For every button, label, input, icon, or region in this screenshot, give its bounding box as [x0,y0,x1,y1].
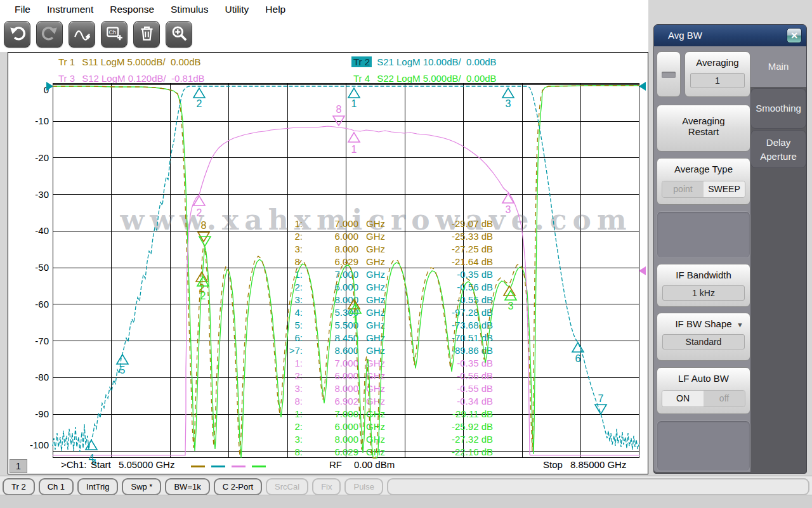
if-bw-shape-value[interactable]: Standard [662,334,745,349]
svg-text:Ch: Ch [108,29,116,35]
tab-delay-aperture[interactable]: Delay Aperture [750,130,806,168]
svg-text:3: 3 [506,204,511,215]
trace3-legend-dash [232,466,246,467]
bottom-strip [0,495,812,508]
svg-text:6: 6 [575,353,581,364]
chevron-down-icon: ▼ [737,321,743,329]
lf-auto-bw-on-option[interactable]: ON [662,391,704,407]
trace-descriptor: S11 LogM 5.000dB/ 0.00dB [82,56,200,67]
statusbar-tr-2[interactable]: Tr 2 [3,478,35,495]
if-bw-shape-button[interactable]: IF BW Shape ▼ Standard [657,313,750,361]
svg-text:2: 2 [197,98,202,109]
y-axis-label: -70 [20,335,49,348]
averaging-restart-button[interactable]: Averaging Restart [657,105,750,152]
if-bw-shape-label: IF BW Shape [657,318,750,329]
menu-help[interactable]: Help [257,4,294,15]
rf-label: RF [329,459,342,470]
menu-stimulus[interactable]: Stimulus [162,4,216,15]
averaging-toggle-button[interactable] [657,51,681,97]
svg-text:8: 8 [336,104,342,115]
statusbar-bw-1k[interactable]: BW=1k [165,478,209,495]
stop-value[interactable]: 8.85000 GHz [570,459,626,470]
y-axis-label: -30 [20,188,49,201]
y-axis-label: 0 [20,84,49,96]
start-value[interactable]: 5.05000 GHz [119,459,174,470]
trace-id-badge[interactable]: Tr 2 [351,56,372,67]
tab-main[interactable]: Main [750,46,806,87]
empty-slot-1 [657,211,750,258]
statusbar-srccal[interactable]: SrcCal [266,478,308,495]
menu-utility[interactable]: Utility [216,4,257,15]
trace-descriptor: S21 LogM 10.00dB/ 0.00dB [377,56,496,67]
averaging-value[interactable]: 1 [690,73,745,88]
trace-header-2[interactable]: Tr 2S21 LogM 10.00dB/ 0.00dB [351,56,497,67]
trace4-legend-dash [252,466,266,467]
averaging-restart-label: Averaging Restart [657,115,750,137]
statusbar-pulse[interactable]: Pulse [344,478,383,495]
svg-text:2: 2 [200,290,206,301]
average-type-button[interactable]: Average Type point SWEEP [657,158,750,205]
average-type-sweep-option[interactable]: SWEEP [704,181,745,197]
channel-number-box[interactable]: 1 [10,459,27,473]
svg-text:3: 3 [506,98,511,109]
menu-bar: FileInstrumentResponseStimulusUtilityHel… [0,0,647,19]
if-bandwidth-label: IF Bandwidth [657,270,750,280]
start-label[interactable]: Start [91,459,111,470]
statusbar-fix[interactable]: Fix [312,478,341,495]
lf-auto-bw-off-option[interactable]: off [704,391,745,407]
statusbar-inttrig[interactable]: IntTrig [77,478,118,495]
trace-descriptor: S22 LogM 5.000dB/ 0.00dB [377,73,496,84]
trace-descriptor: S12 LogM 0.120dB/ -0.81dB [82,73,204,84]
channel-prefix: >Ch1: [61,459,86,470]
statusbar-empty [387,478,809,495]
close-icon[interactable]: ✕ [787,28,802,43]
trace-header-4[interactable]: Tr 4S22 LogM 5.000dB/ 0.00dB [351,73,497,84]
empty-slot-2 [657,420,750,471]
lf-auto-bw-button[interactable]: LF Auto BW ON off [657,367,750,414]
menu-file[interactable]: File [6,4,39,15]
if-bandwidth-value[interactable]: 1 kHz [662,285,745,301]
trace-id-badge[interactable]: Tr 4 [351,73,372,84]
trace-id-badge[interactable]: Tr 3 [56,73,77,84]
toggle-indicator-icon [662,72,676,78]
averaging-button[interactable]: Averaging 1 [684,51,750,97]
y-axis-label: -10 [20,115,49,127]
zoom-in-button[interactable] [166,21,192,48]
vna-app-window: FileInstrumentResponseStimulusUtilityHel… [0,0,812,508]
undo-button[interactable] [4,21,30,48]
trash-icon [138,25,155,44]
trace-plus-icon [74,25,91,44]
statusbar-swp-[interactable]: Swp * [122,478,161,495]
channel-status-row: 1 >Ch1: 4 Start 5.05000 GHz RF 0.00 dBm … [8,458,648,474]
trace-id-badge[interactable]: Tr 1 [56,56,77,67]
if-bandwidth-button[interactable]: IF Bandwidth 1 kHz [657,264,750,307]
trace-header-3[interactable]: Tr 3S12 LogM 0.120dB/ -0.81dB [56,73,205,84]
average-type-label: Average Type [657,164,750,174]
panel-tabs: Main Smoothing Delay Aperture [750,46,806,472]
svg-text:2: 2 [197,207,202,218]
trace1-legend-dash [191,466,205,467]
add-trace-button[interactable] [69,21,95,48]
redo-button[interactable] [36,21,63,48]
svg-text:3: 3 [508,301,514,311]
add-channel-button[interactable]: Ch [101,21,128,48]
toolbar: Ch [4,21,192,48]
y-axis-label: -90 [20,408,49,420]
statusbar-ch-1[interactable]: Ch 1 [39,478,74,495]
panel-title: Avg BW [654,25,806,46]
average-type-point-option[interactable]: point [662,181,704,197]
trace-header-1[interactable]: Tr 1S11 LogM 5.000dB/ 0.00dB [56,56,201,67]
statusbar-c-2-port[interactable]: C 2-Port [214,478,262,495]
averaging-label: Averaging [685,57,750,68]
trace2-legend-dash [211,466,225,467]
trace-curves: 2134567812382213 [53,83,639,458]
menu-instrument[interactable]: Instrument [39,4,102,15]
channel-plus-icon: Ch [106,25,123,44]
tab-smoothing[interactable]: Smoothing [750,88,806,129]
stop-label[interactable]: Stop [543,459,563,470]
menu-response[interactable]: Response [102,4,162,15]
y-axis-label: -100 [20,439,49,452]
rf-value[interactable]: 0.00 dBm [354,459,395,470]
delete-trace-button[interactable] [133,21,160,48]
plot-window: Tr 1S11 LogM 5.000dB/ 0.00dBTr 2S21 LogM… [8,52,648,474]
